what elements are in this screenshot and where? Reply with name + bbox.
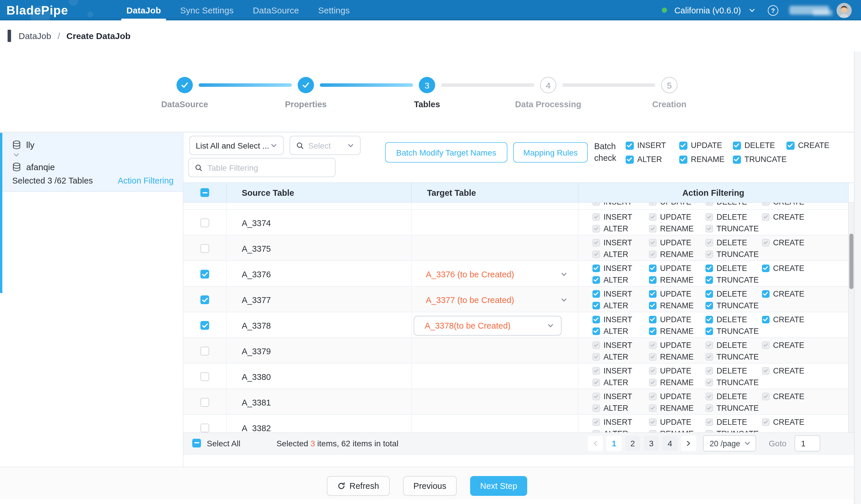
previous-button[interactable]: Previous bbox=[403, 476, 457, 496]
table-row[interactable]: A_3380INSERTUPDATEDELETECREATEALTERRENAM… bbox=[183, 364, 854, 389]
nav-item-sync-settings[interactable]: Sync Settings bbox=[180, 0, 233, 21]
action-checkbox-alter[interactable] bbox=[592, 276, 600, 284]
step-tables[interactable]: 3Tables bbox=[366, 77, 488, 109]
action-checkbox-rename[interactable] bbox=[649, 302, 657, 309]
chevron-down-icon[interactable] bbox=[13, 151, 20, 159]
table-row[interactable]: A_3378A_3378(to be Created)INSERTUPDATED… bbox=[183, 312, 854, 338]
action-checkbox-create[interactable] bbox=[762, 316, 769, 323]
action-checkbox-delete bbox=[706, 418, 713, 426]
table-row[interactable]: A_3375INSERTUPDATEDELETECREATEALTERRENAM… bbox=[183, 235, 854, 261]
action-checkbox-delete[interactable] bbox=[706, 290, 713, 298]
batch-action-checkbox-alter[interactable] bbox=[626, 155, 634, 163]
mapping-rules-button[interactable]: Mapping Rules bbox=[513, 142, 588, 163]
action-filtering-link[interactable]: Action Filtering bbox=[118, 176, 174, 185]
step-datasource[interactable]: DataSource bbox=[124, 77, 245, 109]
batch-action-checkbox-delete[interactable] bbox=[733, 141, 741, 149]
database-icon bbox=[12, 140, 21, 149]
breadcrumb-parent[interactable]: DataJob bbox=[19, 31, 51, 41]
table-filter-input[interactable]: Table Filtering bbox=[207, 163, 329, 172]
action-label: UPDATE bbox=[660, 418, 692, 426]
row-select-checkbox[interactable] bbox=[201, 270, 209, 278]
table-row[interactable]: A_3377A_3377 (to be Created)INSERTUPDATE… bbox=[183, 287, 854, 312]
list-mode-select[interactable]: List All and Select ... bbox=[189, 136, 284, 155]
window-scrollbar-gutter[interactable] bbox=[854, 51, 861, 504]
row-select-checkbox[interactable] bbox=[201, 218, 209, 227]
row-select-checkbox[interactable] bbox=[201, 244, 209, 253]
refresh-button[interactable]: Refresh bbox=[327, 476, 390, 496]
header-select-all-checkbox[interactable] bbox=[201, 188, 209, 197]
step-properties[interactable]: Properties bbox=[245, 77, 366, 109]
quick-select-dropdown[interactable]: Select bbox=[289, 136, 360, 155]
action-truncate: TRUNCATE bbox=[706, 326, 762, 337]
pagination-prev-button[interactable] bbox=[588, 436, 603, 451]
select-all-label[interactable]: Select All bbox=[207, 439, 240, 448]
action-checkbox-delete[interactable] bbox=[706, 264, 713, 272]
pagination-page-4[interactable]: 4 bbox=[662, 436, 678, 451]
action-checkbox-insert[interactable] bbox=[592, 264, 600, 272]
action-checkbox-rename[interactable] bbox=[649, 276, 657, 284]
batch-action-checkbox-rename[interactable] bbox=[679, 155, 687, 163]
row-select-checkbox[interactable] bbox=[201, 424, 209, 432]
table-row[interactable]: A_3382INSERTUPDATEDELETECREATEALTERRENAM… bbox=[183, 415, 854, 432]
action-checkbox-insert[interactable] bbox=[592, 290, 600, 298]
table-scrollbar[interactable] bbox=[848, 203, 854, 432]
action-checkbox-truncate[interactable] bbox=[706, 327, 713, 335]
select-all-checkbox[interactable] bbox=[192, 438, 201, 447]
action-filter-cell: INSERTUPDATEDELETECREATEALTERRENAMETRUNC… bbox=[578, 389, 848, 416]
row-select-checkbox[interactable] bbox=[201, 372, 209, 381]
table-row[interactable]: A_3381INSERTUPDATEDELETECREATEALTERRENAM… bbox=[183, 389, 854, 415]
page-size-select[interactable]: 20 /page bbox=[703, 435, 756, 452]
action-create: CREATE bbox=[762, 391, 819, 402]
row-select-checkbox[interactable] bbox=[201, 321, 209, 330]
action-checkbox-update[interactable] bbox=[649, 264, 657, 272]
schema-list-item[interactable]: lly afanqie Selected 3 /62 Tables Action… bbox=[0, 133, 183, 192]
action-rename: RENAME bbox=[649, 377, 706, 388]
nav-item-datasource[interactable]: DataSource bbox=[253, 0, 299, 21]
action-checkbox-truncate bbox=[706, 250, 713, 258]
pagination-next-button[interactable] bbox=[681, 436, 696, 451]
batch-action-checkbox-insert[interactable] bbox=[626, 141, 634, 149]
goto-page-input[interactable] bbox=[795, 435, 820, 452]
database-row[interactable]: lly bbox=[12, 140, 174, 150]
batch-action-checkbox-create[interactable] bbox=[787, 141, 795, 149]
action-rename: RENAME bbox=[649, 300, 706, 311]
action-checkbox-update[interactable] bbox=[649, 316, 657, 323]
action-checkbox-truncate[interactable] bbox=[706, 276, 713, 284]
step-data-processing[interactable]: 4Data Processing bbox=[488, 77, 609, 109]
action-checkbox-insert[interactable] bbox=[592, 316, 600, 323]
batch-action-checkbox-update[interactable] bbox=[679, 141, 687, 149]
action-checkbox-rename[interactable] bbox=[649, 327, 657, 335]
row-select-checkbox[interactable] bbox=[201, 398, 209, 407]
help-icon[interactable]: ? bbox=[768, 5, 778, 15]
table-scrollbar-thumb[interactable] bbox=[849, 234, 853, 289]
batch-action-checkbox-truncate[interactable] bbox=[733, 155, 741, 163]
chevron-down-icon[interactable] bbox=[560, 271, 568, 278]
action-checkbox-create[interactable] bbox=[762, 290, 769, 298]
action-label: TRUNCATE bbox=[716, 250, 759, 259]
action-checkbox-delete[interactable] bbox=[706, 316, 713, 323]
next-step-button[interactable]: Next Step bbox=[470, 476, 527, 496]
row-select-checkbox[interactable] bbox=[201, 347, 209, 355]
table-row[interactable]: A_3379INSERTUPDATEDELETECREATEALTERRENAM… bbox=[183, 338, 854, 364]
action-checkbox-create[interactable] bbox=[762, 264, 769, 272]
table-row[interactable]: A_3374INSERTUPDATEDELETECREATEALTERRENAM… bbox=[183, 210, 854, 235]
pagination-page-1[interactable]: 1 bbox=[606, 436, 621, 451]
nav-item-datajob[interactable]: DataJob bbox=[126, 0, 161, 21]
batch-modify-target-names-button[interactable]: Batch Modify Target Names bbox=[385, 142, 507, 163]
pagination-page-3[interactable]: 3 bbox=[644, 436, 659, 451]
action-checkbox-alter bbox=[592, 379, 600, 386]
step-creation[interactable]: 5Creation bbox=[609, 77, 730, 109]
action-checkbox-alter[interactable] bbox=[592, 327, 600, 335]
action-checkbox-update[interactable] bbox=[649, 290, 657, 298]
schema-row[interactable]: afanqie bbox=[12, 162, 174, 172]
action-checkbox-truncate[interactable] bbox=[706, 302, 713, 309]
table-row[interactable]: A_3376A_3376 (to be Created)INSERTUPDATE… bbox=[183, 261, 854, 287]
chevron-down-icon[interactable] bbox=[749, 7, 755, 14]
target-table-select[interactable]: A_3378(to be Created) bbox=[414, 315, 562, 335]
row-select-checkbox[interactable] bbox=[201, 296, 209, 304]
pagination-page-2[interactable]: 2 bbox=[625, 436, 640, 451]
action-checkbox-alter[interactable] bbox=[592, 302, 600, 309]
nav-item-settings[interactable]: Settings bbox=[318, 0, 350, 21]
avatar[interactable] bbox=[836, 3, 852, 18]
chevron-down-icon[interactable] bbox=[560, 296, 568, 303]
